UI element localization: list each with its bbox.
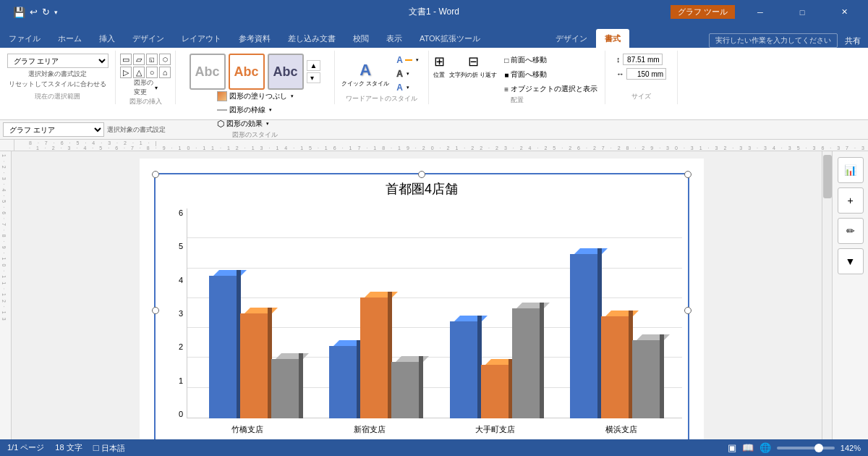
view-web-btn[interactable]: 🌐 — [760, 442, 771, 453]
shape-icon-3[interactable]: ◱ — [146, 54, 158, 65]
format-selection-small[interactable]: 選択対象の書式設定 — [107, 125, 166, 135]
save-icon[interactable]: 💾 — [13, 7, 25, 18]
shape-icon-4[interactable]: ⬡ — [159, 54, 171, 65]
text-fill-btn[interactable]: A ▾ — [393, 54, 422, 67]
text-outline-icon: A — [396, 69, 403, 79]
bar-0-2[interactable] — [271, 359, 299, 418]
redo-icon[interactable]: ↻ — [42, 7, 50, 17]
view-normal-btn[interactable]: ▣ — [728, 442, 736, 453]
tab-view[interactable]: 表示 — [378, 29, 411, 48]
bar-2-1[interactable] — [481, 365, 509, 418]
text-wrap-icon: ⊟ — [468, 54, 479, 69]
shape-icons: ▭ ▱ ◱ ⬡ ▷ △ ○ ⌂ — [120, 54, 171, 78]
bar-1-2[interactable] — [391, 362, 419, 418]
bar-0-1[interactable] — [240, 313, 268, 418]
restore-button[interactable]: □ — [786, 0, 819, 24]
bar-0-0[interactable] — [209, 276, 237, 418]
tab-mailings[interactable]: 差し込み文書 — [279, 29, 344, 48]
filter-btn[interactable]: ✏ — [838, 218, 864, 244]
shape-scroll-down[interactable]: ▾ — [307, 72, 321, 83]
close-button[interactable]: ✕ — [827, 0, 861, 24]
title-bar: 💾 ↩ ↻ ▾ 文書1 - Word グラフ ツール ─ □ ✕ — [0, 0, 868, 24]
title-bar-left: 💾 ↩ ↻ ▾ — [7, 7, 64, 18]
handle-tl[interactable] — [152, 171, 159, 178]
height-input[interactable] — [623, 54, 663, 65]
shape-icon-1[interactable]: ▭ — [120, 54, 132, 65]
bars-container — [187, 208, 682, 418]
format-selection-btn[interactable]: 選択対象の書式設定 — [28, 69, 87, 79]
tab-design[interactable]: デザイン — [124, 29, 173, 48]
bar-3-0[interactable] — [570, 254, 597, 418]
text-outline-btn[interactable]: A ▾ — [393, 67, 422, 80]
handle-ml[interactable] — [152, 307, 159, 314]
chart-selection-frame[interactable]: 首都圏4店舗 0 1 2 3 4 5 6 — [154, 173, 689, 439]
tab-review[interactable]: 校閲 — [344, 29, 378, 48]
status-right: ▣ 📖 🌐 142% — [728, 442, 861, 453]
shape-effect-btn[interactable]: ⬡ 図形の効果▾ — [214, 117, 297, 130]
chart-layout-btn[interactable]: 📊 — [838, 157, 864, 183]
shape-icon-5[interactable]: ▷ — [120, 67, 132, 78]
reset-style-btn[interactable]: リセットしてスタイルに合わせる — [9, 80, 106, 89]
add-element-btn[interactable]: + — [838, 187, 864, 214]
position-icon: ⊞ — [434, 54, 445, 69]
tab-insert[interactable]: 挿入 — [90, 29, 124, 48]
tab-file[interactable]: ファイル — [0, 29, 49, 48]
shape-fill-btn[interactable]: 図形の塗りつぶし▾ — [214, 90, 297, 103]
handle-mr[interactable] — [684, 307, 692, 314]
search-action-btn[interactable]: 実行したい作業を入力してください — [709, 33, 838, 48]
back-btn[interactable]: ■ 背面へ移動 — [501, 68, 600, 81]
position-btn[interactable]: ⊞ 位置 — [433, 54, 445, 96]
bar-2-0[interactable] — [450, 321, 477, 418]
tab-layout[interactable]: レイアウト — [173, 29, 230, 48]
text-wrap-btn[interactable]: ⊟ 文字列の折 り返す — [449, 54, 497, 96]
bar-group-1 — [329, 297, 419, 418]
style-btn[interactable]: ▼ — [838, 248, 864, 274]
ribbon-content: グラフ エリア 選択対象の書式設定 リセットしてスタイルに合わせる 現在の選択範… — [0, 48, 868, 120]
bar-3-2[interactable] — [632, 340, 660, 418]
shape-icon-2[interactable]: ▱ — [133, 54, 145, 65]
front-btn[interactable]: □ 前面へ移動 — [501, 54, 600, 67]
shape-icon-8[interactable]: ⌂ — [159, 67, 171, 78]
tab-references[interactable]: 参考資料 — [230, 29, 279, 48]
scrollbar-thumb[interactable] — [823, 155, 832, 198]
quick-style-btn[interactable]: A クイック スタイル — [341, 61, 389, 88]
tab-atok[interactable]: ATOK拡張ツール — [411, 29, 489, 48]
bar-1-1[interactable] — [360, 297, 388, 418]
tab-chart-format[interactable]: 書式 — [596, 29, 629, 48]
tab-home[interactable]: ホーム — [49, 29, 90, 48]
shape-style-2[interactable]: Abc — [229, 54, 265, 90]
status-left: 1/1 ページ 18 文字 □ 日本語 — [7, 442, 125, 454]
y-label-0: 0 — [179, 410, 183, 418]
minimize-button[interactable]: ─ — [744, 0, 777, 24]
zoom-slider[interactable] — [777, 447, 835, 449]
shape-style-3[interactable]: Abc — [268, 54, 304, 90]
wordart-buttons: A クイック スタイル A ▾ A ▾ A ▾ — [341, 54, 422, 94]
customize-icon[interactable]: ▾ — [54, 9, 58, 16]
width-input[interactable] — [626, 68, 666, 80]
select-display-btn[interactable]: ≡ オブジェクトの選択と表示 — [501, 83, 600, 96]
view-read-btn[interactable]: 📖 — [742, 442, 754, 453]
x-label-0: 竹橋支店 — [231, 424, 263, 435]
text-effect-btn[interactable]: A ▾ — [393, 81, 422, 94]
shape-icon-7[interactable]: ○ — [146, 67, 158, 78]
share-btn[interactable]: 共有 — [845, 35, 861, 46]
undo-icon[interactable]: ↩ — [30, 7, 38, 17]
bar-1-0[interactable] — [329, 346, 357, 418]
tab-chart-design[interactable]: デザイン — [547, 29, 596, 48]
shape-style-1[interactable]: Abc — [190, 54, 226, 90]
vertical-scrollbar[interactable] — [822, 151, 832, 439]
main-tabs: ファイル ホーム 挿入 デザイン レイアウト 参考資料 差し込み文書 校閲 表示… — [0, 29, 489, 48]
quick-access-toolbar: 💾 ↩ ↻ ▾ — [7, 7, 64, 18]
shape-scroll-up[interactable]: ▲ — [307, 60, 321, 71]
handle-tm[interactable] — [418, 171, 425, 178]
current-selection-dropdown[interactable]: グラフ エリア — [7, 54, 109, 68]
shape-change-btn[interactable]: 図形の変更▾ — [134, 78, 158, 97]
main-area: 1·2·3·4·5·6·7·8·9·10·11·12·13 首都圏4店舗 — [0, 151, 868, 439]
bar-3-1[interactable] — [601, 316, 629, 418]
shape-icon-6[interactable]: △ — [133, 67, 145, 78]
handle-tr[interactable] — [684, 171, 692, 178]
bar-2-2[interactable] — [512, 308, 540, 418]
zoom-thumb[interactable] — [814, 444, 823, 452]
graph-area-select[interactable]: グラフ エリア — [3, 122, 104, 137]
shape-border-btn[interactable]: 図形の枠線▾ — [214, 104, 297, 117]
